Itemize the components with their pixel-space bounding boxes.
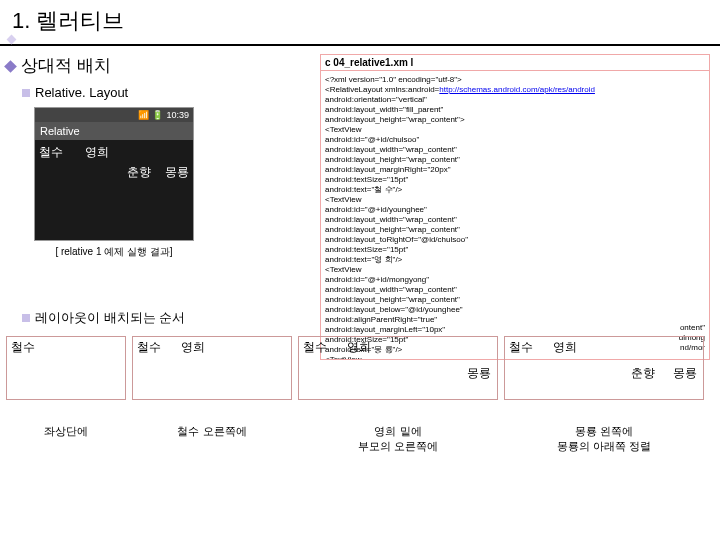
- bx: 철수: [303, 339, 327, 356]
- pb-n3: 춘향: [127, 164, 151, 181]
- layout-boxes-row: 철수 철수 영희 철수 영희 몽룡 철수 영희 춘향 몽룡: [6, 336, 714, 400]
- cl: android:layout_width="wrap_content": [325, 215, 705, 225]
- section-1: Relative. Layout: [6, 83, 316, 101]
- phone-mock: 📶 🔋 10:39 Relative 철수 영희 춘향 몽룡: [34, 107, 194, 241]
- cl: android:orientation="vertical": [325, 95, 705, 105]
- right-column: c 04_relative1.xm l <?xml version="1.0" …: [320, 54, 710, 360]
- section1-label: Relative. Layout: [35, 85, 128, 100]
- cl: android:textSize="15pt": [325, 245, 705, 255]
- cl: android:layout_marginRight="20px": [325, 165, 705, 175]
- cl: android:text="영 희"/>: [325, 255, 705, 265]
- cap4: 몽룡 왼쪽에 몽룡의 아래쪽 정렬: [504, 424, 704, 454]
- bx: 철수: [137, 339, 161, 356]
- phone-statusbar: 📶 🔋 10:39: [35, 108, 193, 122]
- battery-icon: 🔋: [152, 110, 163, 120]
- page-title: 1. 렐러티브: [12, 6, 708, 36]
- cl: android:layout_width="wrap_content": [325, 285, 705, 295]
- cl: android:layout_height="wrap_content": [325, 155, 705, 165]
- bx: 영희: [181, 339, 205, 356]
- cl: android:textSize="15pt": [325, 175, 705, 185]
- schema-link[interactable]: http://schemas.android.com/apk/res/andro…: [439, 85, 595, 94]
- layout-captions-row: 좌상단에 철수 오른쪽에 영희 밑에 부모의 오른쪽에 몽룡 왼쪽에 몽룡의 아…: [6, 424, 714, 454]
- cl: <TextView: [325, 195, 705, 205]
- bx: 철수: [11, 339, 35, 356]
- bx: 몽룡: [673, 365, 697, 382]
- pb-n1: 철수: [39, 144, 63, 161]
- layout-step-2: 철수 영희: [132, 336, 292, 400]
- cl: <?xml version="1.0" encoding="utf-8">: [325, 75, 705, 85]
- diamond-bullet-icon: [4, 60, 17, 73]
- pb-n4: 몽룡: [165, 164, 189, 181]
- cl: android:alignParentRight="true": [325, 315, 705, 325]
- square-bullet-icon: [22, 89, 30, 97]
- cl: android:text="철 수"/>: [325, 185, 705, 195]
- cap2: 철수 오른쪽에: [132, 424, 292, 454]
- bx: 철수: [509, 339, 533, 356]
- bx: 영희: [347, 339, 371, 356]
- phone-body: 철수 영희 춘향 몽룡: [35, 140, 193, 240]
- square-bullet-icon: [22, 314, 30, 322]
- cl-frag: ontent": [680, 323, 705, 333]
- pb-n2: 영희: [85, 144, 109, 161]
- subtitle-text: 상대적 배치: [21, 56, 111, 75]
- bx: 몽룡: [467, 365, 491, 382]
- cl: android:layout_height="wrap_content": [325, 225, 705, 235]
- phone-app-title: Relative: [35, 122, 193, 140]
- page-header: 1. 렐러티브: [0, 0, 720, 46]
- phone-time: 10:39: [166, 110, 189, 120]
- section2-label: 레이아웃이 배치되는 순서: [35, 310, 185, 325]
- code-box: <?xml version="1.0" encoding="utf-8"> <R…: [320, 70, 710, 360]
- layout-step-3: 철수 영희 몽룡: [298, 336, 498, 400]
- signal-icon: 📶: [138, 110, 149, 120]
- cl: android:id="@+id/chulsoo": [325, 135, 705, 145]
- bx: 영희: [553, 339, 577, 356]
- section-2: 레이아웃이 배치되는 순서: [6, 308, 185, 327]
- code-filename: c 04_relative1.xm l: [320, 54, 710, 70]
- cl: android:layout_height="wrap_content": [325, 295, 705, 305]
- main-subtitle: 상대적 배치: [6, 54, 316, 77]
- cap3: 영희 밑에 부모의 오른쪽에: [298, 424, 498, 454]
- cl: android:layout_below="@id/younghee": [325, 305, 705, 315]
- cl: <RelativeLayout xmlns:android=http://sch…: [325, 85, 705, 95]
- cap1: 좌상단에: [6, 424, 126, 454]
- phone-caption: [ relative 1 예제 실행 결과]: [34, 245, 194, 259]
- layout-step-4: 철수 영희 춘향 몽룡: [504, 336, 704, 400]
- cl: android:id="@+id/mongyong": [325, 275, 705, 285]
- cl: android:layout_toRightOf="@id/chulsoo": [325, 235, 705, 245]
- bx: 춘향: [631, 365, 655, 382]
- layout-step-1: 철수: [6, 336, 126, 400]
- cl: <TextView: [325, 265, 705, 275]
- cl: android:layout_width="wrap_content": [325, 145, 705, 155]
- cl: <TextView: [325, 125, 705, 135]
- cl: android:id="@+id/younghee": [325, 205, 705, 215]
- cl: android:layout_height="wrap_content">: [325, 115, 705, 125]
- cl: android:layout_width="fill_parent": [325, 105, 705, 115]
- cl: android:layout_marginLeft="10px": [325, 325, 705, 335]
